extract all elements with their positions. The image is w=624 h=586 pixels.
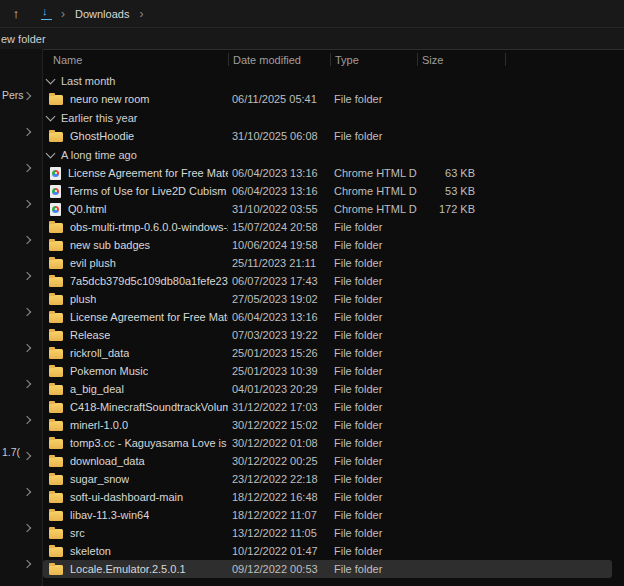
- file-row[interactable]: a_big_deal04/01/2023 20:29File folder: [43, 380, 612, 398]
- file-date-modified: 25/01/2023 10:39: [228, 365, 330, 377]
- folder-icon: [49, 241, 63, 251]
- file-type: File folder: [330, 473, 417, 485]
- file-name: License Agreement for Free Materials _ L…: [68, 167, 228, 179]
- file-row[interactable]: rickroll_data25/01/2023 15:26File folder: [43, 344, 612, 362]
- file-date-modified: 30/12/2022 00:25: [228, 455, 330, 467]
- folder-icon: [49, 367, 63, 377]
- file-date-modified: 23/12/2022 22:18: [228, 473, 330, 485]
- file-row[interactable]: Release07/03/2023 19:22File folder: [43, 326, 612, 344]
- chevron-right-icon[interactable]: [23, 128, 31, 136]
- file-row[interactable]: GhostHoodie31/10/2025 06:08File folder: [43, 127, 612, 145]
- chevron-right-icon[interactable]: [23, 92, 31, 100]
- chevron-right-icon[interactable]: [23, 308, 31, 316]
- group-header[interactable]: Earlier this year: [43, 108, 612, 127]
- file-type: File folder: [330, 455, 417, 467]
- folder-icon: [49, 277, 63, 287]
- file-name: plush: [70, 293, 96, 305]
- folder-icon: [49, 223, 63, 233]
- file-name: sugar_snow: [70, 473, 129, 485]
- file-date-modified: 18/12/2022 11:07: [228, 509, 330, 521]
- file-date-modified: 31/10/2022 03:55: [228, 203, 330, 215]
- chevron-right-icon[interactable]: [23, 164, 31, 172]
- file-name: GhostHoodie: [70, 130, 134, 142]
- file-type: File folder: [330, 491, 417, 503]
- file-row[interactable]: Q0.html31/10/2022 03:55Chrome HTML Docu.…: [43, 200, 612, 218]
- file-row[interactable]: plush27/05/2023 19:02File folder: [43, 290, 612, 308]
- file-type: File folder: [330, 311, 417, 323]
- column-header-label: Type: [331, 54, 359, 66]
- new-folder-button[interactable]: ew folder: [1, 33, 46, 45]
- file-row[interactable]: Locale.Emulator.2.5.0.109/12/2022 00:53F…: [43, 560, 612, 578]
- file-row[interactable]: obs-multi-rtmp-0.6.0.0-windows-x6415/07/…: [43, 218, 612, 236]
- file-name: new sub badges: [70, 239, 150, 251]
- chevron-right-icon[interactable]: [23, 488, 31, 496]
- group-header[interactable]: A long time ago: [43, 145, 612, 164]
- folder-icon: [49, 529, 63, 539]
- file-date-modified: 10/12/2022 01:47: [228, 545, 330, 557]
- breadcrumb-downloads[interactable]: Downloads: [73, 8, 131, 20]
- file-type: File folder: [330, 329, 417, 341]
- chevron-right-icon[interactable]: [23, 416, 31, 424]
- file-row[interactable]: neuro new room06/11/2025 05:41File folde…: [43, 90, 612, 108]
- command-bar: ew folder: [0, 28, 624, 50]
- chevron-right-icon[interactable]: [23, 560, 31, 568]
- file-type: Chrome HTML Docu...: [330, 203, 417, 215]
- file-name-cell: GhostHoodie: [43, 130, 228, 142]
- file-type: File folder: [330, 221, 417, 233]
- file-row[interactable]: tomp3.cc - Kaguyasama Love is WarChikatt…: [43, 434, 612, 452]
- file-row[interactable]: src13/12/2022 11:05File folder: [43, 524, 612, 542]
- chevron-right-icon[interactable]: [23, 200, 31, 208]
- navigation-pane: Pers1.7(: [0, 49, 43, 586]
- file-name: rickroll_data: [70, 347, 129, 359]
- file-row[interactable]: soft-ui-dashboard-main18/12/2022 16:48Fi…: [43, 488, 612, 506]
- file-name-cell: src: [43, 527, 228, 539]
- chevron-right-icon[interactable]: [23, 452, 31, 460]
- column-header-row: NameDate modifiedTypeSize: [43, 49, 624, 71]
- chevron-right-icon[interactable]: [23, 524, 31, 532]
- file-date-modified: 31/12/2022 17:03: [228, 401, 330, 413]
- file-type: File folder: [330, 383, 417, 395]
- chevron-right-icon[interactable]: [23, 344, 31, 352]
- file-row[interactable]: evil plush25/11/2023 21:11File folder: [43, 254, 612, 272]
- file-row[interactable]: Pokemon Music25/01/2023 10:39File folder: [43, 362, 612, 380]
- folder-icon: [49, 349, 63, 359]
- file-row[interactable]: 7a5dcb379d5c109db80a1fefe237941c-cff2083…: [43, 272, 612, 290]
- chevron-right-icon[interactable]: [23, 380, 31, 388]
- column-header-date[interactable]: Date modified: [229, 49, 331, 71]
- group-header[interactable]: Last month: [43, 71, 612, 90]
- nav-item-label-fragment: Pers: [2, 89, 24, 101]
- file-row[interactable]: C418-MinecraftSoundtrackVolumeAlpha31/12…: [43, 398, 612, 416]
- chevron-right-icon[interactable]: [23, 272, 31, 280]
- folder-icon: [49, 385, 63, 395]
- column-header-size[interactable]: Size: [418, 49, 506, 71]
- file-row[interactable]: Terms of Use for Live2D Cubism Sample Mo…: [43, 182, 612, 200]
- file-date-modified: 06/11/2025 05:41: [228, 93, 330, 105]
- file-type: File folder: [330, 545, 417, 557]
- folder-icon: [49, 331, 63, 341]
- file-row[interactable]: libav-11.3-win6418/12/2022 11:07File fol…: [43, 506, 612, 524]
- file-row[interactable]: License Agreement for Free Materials _ L…: [43, 308, 612, 326]
- column-header-label: Size: [418, 54, 443, 66]
- file-date-modified: 30/12/2022 15:02: [228, 419, 330, 431]
- file-row[interactable]: skeleton10/12/2022 01:47File folder: [43, 542, 612, 560]
- folder-icon: [49, 457, 63, 467]
- file-list-pane: NameDate modifiedTypeSize Last monthneur…: [43, 49, 624, 586]
- breadcrumb-separator-icon: ›: [60, 8, 66, 20]
- file-row[interactable]: License Agreement for Free Materials _ L…: [43, 164, 612, 182]
- file-type: File folder: [330, 239, 417, 251]
- file-row[interactable]: sugar_snow23/12/2022 22:18File folder: [43, 470, 612, 488]
- file-row[interactable]: download_data30/12/2022 00:25File folder: [43, 452, 612, 470]
- file-date-modified: 15/07/2024 20:58: [228, 221, 330, 233]
- file-row[interactable]: minerl-1.0.030/12/2022 15:02File folder: [43, 416, 612, 434]
- file-name-cell: License Agreement for Free Materials _ L…: [43, 167, 228, 180]
- column-header-type[interactable]: Type: [331, 49, 418, 71]
- column-header-name[interactable]: Name: [43, 49, 229, 71]
- file-row[interactable]: new sub badges10/06/2024 19:58File folde…: [43, 236, 612, 254]
- folder-icon: [49, 132, 63, 142]
- folder-icon: [49, 439, 63, 449]
- chevron-right-icon[interactable]: [23, 236, 31, 244]
- file-name: Pokemon Music: [70, 365, 148, 377]
- up-arrow-button[interactable]: ↑: [8, 6, 24, 21]
- file-type: File folder: [330, 130, 417, 142]
- file-name-cell: new sub badges: [43, 239, 228, 251]
